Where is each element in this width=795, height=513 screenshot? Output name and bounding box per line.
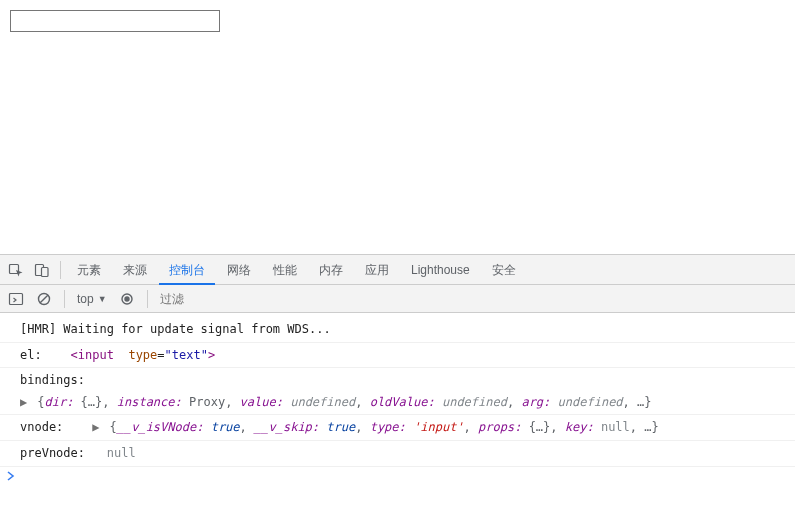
el-attr-value: "text" bbox=[165, 348, 208, 362]
expand-triangle-icon[interactable]: ▶ bbox=[20, 393, 30, 412]
tab-memory[interactable]: 内存 bbox=[309, 255, 353, 285]
console-sidebar-toggle-icon[interactable] bbox=[4, 287, 28, 311]
page-content bbox=[0, 0, 795, 254]
log-prevnode[interactable]: preVnode: null bbox=[0, 441, 795, 467]
devtools-tab-bar: 元素 来源 控制台 网络 性能 内存 应用 Lighthouse 安全 bbox=[0, 255, 795, 285]
prevnode-label: preVnode: bbox=[20, 446, 85, 460]
separator bbox=[64, 290, 65, 308]
svg-rect-2 bbox=[42, 267, 49, 276]
log-bindings-label: bindings: bbox=[0, 368, 795, 390]
tab-lighthouse[interactable]: Lighthouse bbox=[401, 255, 480, 285]
live-expression-icon[interactable] bbox=[115, 287, 139, 311]
tab-performance[interactable]: 性能 bbox=[263, 255, 307, 285]
el-tag-open: <input bbox=[71, 348, 114, 362]
console-output: [HMR] Waiting for update signal from WDS… bbox=[0, 313, 795, 485]
el-attr-name: type bbox=[121, 348, 157, 362]
vnode-label: vnode: bbox=[20, 420, 63, 434]
chevron-down-icon: ▼ bbox=[98, 294, 107, 304]
console-toolbar: top ▼ bbox=[0, 285, 795, 313]
execution-context-select[interactable]: top ▼ bbox=[73, 292, 111, 306]
log-bindings-object[interactable]: ▶ {dir: {…}, instance: Proxy, value: und… bbox=[0, 390, 795, 416]
log-hmr[interactable]: [HMR] Waiting for update signal from WDS… bbox=[0, 317, 795, 343]
tab-application[interactable]: 应用 bbox=[355, 255, 399, 285]
app-text-input[interactable] bbox=[10, 10, 220, 32]
el-label: el: bbox=[20, 348, 42, 362]
log-el[interactable]: el: <input type="text"> bbox=[0, 343, 795, 369]
tab-security[interactable]: 安全 bbox=[482, 255, 526, 285]
bindings-label: bindings: bbox=[20, 373, 85, 387]
tab-network[interactable]: 网络 bbox=[217, 255, 261, 285]
separator bbox=[60, 261, 61, 279]
tab-elements[interactable]: 元素 bbox=[67, 255, 111, 285]
devtools-panel: 元素 来源 控制台 网络 性能 内存 应用 Lighthouse 安全 top … bbox=[0, 254, 795, 485]
svg-rect-3 bbox=[10, 293, 23, 304]
log-vnode[interactable]: vnode: ▶ {__v_isVNode: true, __v_skip: t… bbox=[0, 415, 795, 441]
context-label: top bbox=[77, 292, 94, 306]
filter-input[interactable] bbox=[156, 289, 336, 309]
tab-console[interactable]: 控制台 bbox=[159, 255, 215, 285]
tab-sources[interactable]: 来源 bbox=[113, 255, 157, 285]
log-text: [HMR] Waiting for update signal from WDS… bbox=[20, 322, 331, 336]
inspect-element-icon[interactable] bbox=[4, 258, 28, 282]
prevnode-value: null bbox=[107, 446, 136, 460]
expand-triangle-icon[interactable]: ▶ bbox=[92, 418, 102, 437]
device-toggle-icon[interactable] bbox=[30, 258, 54, 282]
console-prompt[interactable] bbox=[0, 467, 795, 485]
separator bbox=[147, 290, 148, 308]
svg-point-6 bbox=[125, 297, 129, 301]
clear-console-icon[interactable] bbox=[32, 287, 56, 311]
